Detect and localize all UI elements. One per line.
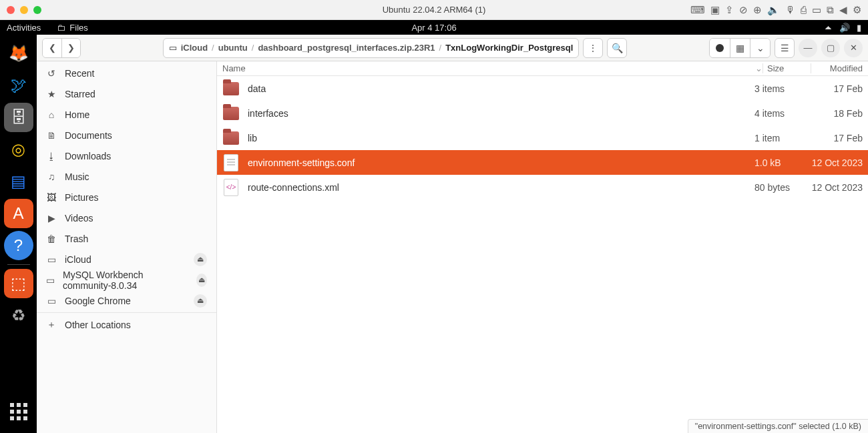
- clipboard-icon[interactable]: ▣: [710, 4, 720, 16]
- file-row[interactable]: environment-settings.conf1.0 kB12 Oct 20…: [217, 150, 868, 175]
- folder-icon: [223, 107, 239, 120]
- column-modified[interactable]: Modified: [811, 63, 863, 73]
- column-size[interactable]: Size: [763, 63, 811, 73]
- sidebar-item-trash[interactable]: 🗑Trash: [37, 228, 216, 249]
- drive-icon: ▭: [46, 296, 57, 306]
- sidebar-item-icloud[interactable]: ▭iCloud⏏: [37, 249, 216, 270]
- mac-menu-extras: ⌨ ▣ ⇪ ⊘ ⊕ 🔈 🎙 ⎙ ▭ ⧉ ◀ ⚙: [690, 4, 861, 16]
- drive-icon: ▭: [169, 43, 177, 53]
- file-size: 80 bytes: [754, 182, 803, 193]
- picture-icon[interactable]: ⧉: [827, 4, 834, 16]
- view-controls: ▦ ⌄: [709, 38, 771, 58]
- eject-button[interactable]: ⏏: [194, 253, 207, 266]
- sidebar-item-downloads[interactable]: ⭳Downloads: [37, 145, 216, 166]
- eject-button[interactable]: ⏏: [194, 294, 207, 308]
- hamburger-menu-button[interactable]: ☰: [775, 38, 795, 58]
- breadcrumb-seg-2[interactable]: dashboard_postgresql_interfaces.zip.23R1: [258, 43, 435, 53]
- drive-icon: ▭: [46, 254, 57, 265]
- file-modified: 17 Feb: [811, 133, 863, 143]
- window-minimize-button[interactable]: —: [799, 39, 817, 57]
- files-content: Name⌄ Size Modified data3 items17 Febint…: [217, 61, 868, 433]
- sidebar-item-videos[interactable]: ▶Videos: [37, 207, 216, 228]
- back-button[interactable]: ❮: [43, 39, 61, 57]
- sidebar-item-recent[interactable]: ↺Recent: [37, 63, 216, 83]
- block-icon[interactable]: ⊘: [739, 4, 748, 16]
- folder-icon: [223, 131, 239, 145]
- file-modified: 18 Feb: [811, 108, 863, 119]
- breadcrumb-seg-1[interactable]: ubuntu: [218, 43, 248, 53]
- download-icon: ⭳: [46, 151, 57, 161]
- file-size: 1 item: [754, 133, 803, 143]
- column-header: Name⌄ Size Modified: [217, 61, 868, 76]
- files-window: ❮ ❯ ▭ iCloud / ubuntu / dashboard_postgr…: [37, 35, 868, 433]
- videos-icon: ▶: [46, 213, 57, 224]
- file-modified: 17 Feb: [811, 83, 863, 94]
- file-row[interactable]: data3 items17 Feb: [217, 76, 868, 101]
- sidebar-item-home[interactable]: ⌂Home: [37, 104, 216, 125]
- printer-icon[interactable]: ⎙: [801, 4, 807, 15]
- window-close-button[interactable]: ✕: [844, 39, 863, 57]
- dock-libreoffice[interactable]: ▤: [4, 167, 33, 196]
- keyboard-icon[interactable]: ⌨: [690, 4, 705, 16]
- lock-icon[interactable]: ⇪: [725, 4, 734, 16]
- dock-files[interactable]: 🗄: [4, 103, 33, 132]
- dock-software[interactable]: A: [4, 199, 33, 228]
- files-toolbar: ❮ ❯ ▭ iCloud / ubuntu / dashboard_postgr…: [37, 35, 868, 61]
- sidebar-item-other-locations[interactable]: ＋Other Locations: [37, 314, 216, 335]
- globe-icon[interactable]: ⊕: [753, 4, 762, 16]
- files-sidebar: ↺Recent ★Starred ⌂Home 🗎Documents ⭳Downl…: [37, 61, 217, 433]
- status-bar: "environment-settings.conf" selected (1.…: [688, 419, 868, 433]
- forward-button[interactable]: ❯: [61, 39, 80, 57]
- zoom-indicator[interactable]: [710, 39, 730, 57]
- dock-thunderbird[interactable]: 🕊: [4, 71, 33, 100]
- eject-button[interactable]: ⏏: [196, 274, 207, 287]
- sidebar-item-pictures[interactable]: 🖼Pictures: [37, 187, 216, 207]
- files-list: data3 items17 Febinterfaces4 items18 Feb…: [217, 76, 868, 433]
- music-icon: ♫: [46, 171, 57, 182]
- column-name[interactable]: Name⌄: [222, 63, 763, 73]
- sort-indicator-icon: ⌄: [755, 63, 763, 73]
- drive-icon: ▭: [46, 275, 55, 286]
- volume-icon[interactable]: 🔈: [767, 4, 780, 16]
- file-name: environment-settings.conf: [248, 157, 746, 168]
- xml-file-icon: </>: [224, 179, 238, 196]
- mac-titlebar: Ubuntu 22.04.2 ARM64 (1) ⌨ ▣ ⇪ ⊘ ⊕ 🔈 🎙 ⎙…: [0, 0, 868, 20]
- back-icon[interactable]: ◀: [839, 4, 847, 16]
- breadcrumb: ▭ iCloud / ubuntu / dashboard_postgresql…: [163, 38, 580, 58]
- dock-help[interactable]: ?: [4, 231, 33, 260]
- sidebar-item-chrome[interactable]: ▭Google Chrome⏏: [37, 290, 216, 311]
- gnome-clock[interactable]: Apr 4 17:06: [0, 23, 868, 33]
- window-maximize-button[interactable]: ▢: [821, 39, 840, 57]
- breadcrumb-seg-0[interactable]: iCloud: [181, 43, 208, 53]
- dock-show-apps[interactable]: [4, 397, 33, 426]
- trash-icon: 🗑: [46, 234, 57, 244]
- file-name: data: [248, 83, 746, 94]
- sidebar-item-starred[interactable]: ★Starred: [37, 83, 216, 104]
- text-file-icon: [224, 154, 238, 171]
- dock-mounted-drive[interactable]: ⬚: [4, 269, 33, 298]
- file-row[interactable]: interfaces4 items18 Feb: [217, 101, 868, 125]
- dock-trash[interactable]: ♻: [4, 301, 33, 330]
- icon-view-button[interactable]: ▦: [730, 39, 750, 57]
- file-row[interactable]: </>route-connections.xml80 bytes12 Oct 2…: [217, 175, 868, 199]
- sidebar-item-mysql[interactable]: ▭MySQL Workbench community-8.0.34⏏: [37, 270, 216, 290]
- file-row[interactable]: lib1 item17 Feb: [217, 125, 868, 150]
- file-size: 1.0 kB: [754, 157, 803, 168]
- sidebar-item-documents[interactable]: 🗎Documents: [37, 125, 216, 145]
- documents-icon: 🗎: [46, 130, 57, 141]
- more-menu-button[interactable]: ⋮: [583, 38, 603, 58]
- camera-icon[interactable]: ▭: [812, 4, 821, 16]
- file-name: interfaces: [248, 108, 746, 119]
- dock-rhythmbox[interactable]: ◎: [4, 135, 33, 164]
- view-options-dropdown[interactable]: ⌄: [750, 39, 770, 57]
- search-button[interactable]: 🔍: [607, 38, 627, 58]
- dock-firefox[interactable]: 🦊: [4, 39, 33, 68]
- file-modified: 12 Oct 2023: [811, 182, 863, 193]
- file-modified: 12 Oct 2023: [811, 157, 863, 168]
- breadcrumb-seg-3[interactable]: TxnLogWorkingDir_Postgresql: [445, 43, 573, 53]
- file-name: route-connections.xml: [248, 182, 746, 193]
- star-icon: ★: [46, 89, 57, 99]
- mic-icon[interactable]: 🎙: [785, 4, 795, 15]
- settings-icon[interactable]: ⚙: [853, 4, 861, 16]
- sidebar-item-music[interactable]: ♫Music: [37, 166, 216, 187]
